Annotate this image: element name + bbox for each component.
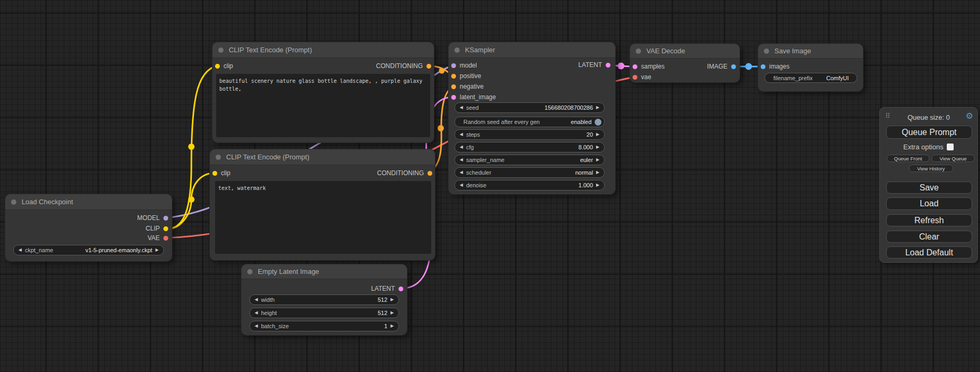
- node-ksampler[interactable]: KSampler model positive negative latent_…: [449, 42, 615, 194]
- output-slot-clip[interactable]: CLIP: [145, 224, 168, 233]
- arrow-left-icon[interactable]: ◀: [460, 170, 463, 175]
- clear-button[interactable]: Clear: [886, 231, 972, 243]
- ckpt-name-widget[interactable]: ◀ ckpt_name v1-5-pruned-emaonly.ckpt ▶: [13, 245, 164, 255]
- negative-prompt-textarea[interactable]: text, watermark: [215, 181, 431, 254]
- latent-port-icon[interactable]: [633, 64, 637, 69]
- batch-size-widget[interactable]: ◀ batch_size 1 ▶: [249, 321, 399, 331]
- node-clip-text-encode-negative[interactable]: CLIP Text Encode (Prompt) clip CONDITION…: [210, 149, 435, 260]
- node-clip-text-encode-positive[interactable]: CLIP Text Encode (Prompt) clip CONDITION…: [212, 42, 434, 142]
- vae-port-icon[interactable]: [633, 75, 637, 80]
- output-slot-vae[interactable]: VAE: [148, 234, 168, 242]
- random-seed-toggle-widget[interactable]: Random seed after every gen enabled: [454, 117, 605, 127]
- arrow-left-icon[interactable]: ◀: [460, 106, 463, 110]
- clip-port-icon[interactable]: [163, 226, 168, 231]
- clip-port-icon[interactable]: [212, 171, 217, 176]
- queue-prompt-button[interactable]: Queue Prompt: [886, 126, 972, 139]
- latent-port-icon[interactable]: [399, 287, 403, 291]
- input-slot-images[interactable]: images: [761, 62, 790, 71]
- node-title-bar[interactable]: CLIP Text Encode (Prompt): [210, 149, 435, 165]
- conditioning-port-icon[interactable]: [451, 84, 456, 89]
- arrow-right-icon[interactable]: ▶: [596, 183, 599, 187]
- collapse-dot-icon[interactable]: [216, 155, 221, 160]
- collapse-dot-icon[interactable]: [636, 49, 641, 54]
- node-title-bar[interactable]: KSampler: [449, 42, 615, 58]
- collapse-dot-icon[interactable]: [218, 47, 224, 53]
- load-default-button[interactable]: Load Default: [886, 246, 972, 259]
- settings-gear-icon[interactable]: ⚙: [966, 111, 973, 121]
- output-slot-conditioning[interactable]: CONDITIONING: [376, 62, 431, 70]
- arrow-right-icon[interactable]: ▶: [596, 158, 599, 162]
- node-load-checkpoint[interactable]: Load Checkpoint MODEL CLIP VAE ◀ ckpt_na…: [5, 194, 172, 261]
- arrow-left-icon[interactable]: ◀: [18, 248, 22, 252]
- output-slot-image[interactable]: IMAGE: [707, 62, 736, 71]
- model-port-icon[interactable]: [163, 216, 168, 221]
- arrow-right-icon[interactable]: ▶: [391, 324, 394, 328]
- node-save-image[interactable]: Save Image images filename_prefix ComfyU…: [758, 44, 863, 91]
- node-title-bar[interactable]: Load Checkpoint: [5, 194, 172, 210]
- arrow-right-icon[interactable]: ▶: [156, 248, 159, 252]
- conditioning-port-icon[interactable]: [451, 74, 456, 79]
- collapse-dot-icon[interactable]: [11, 199, 16, 205]
- save-button[interactable]: Save: [886, 182, 972, 194]
- latent-port-icon[interactable]: [606, 63, 610, 68]
- arrow-right-icon[interactable]: ▶: [596, 145, 599, 149]
- input-slot-model[interactable]: model: [451, 61, 477, 70]
- latent-port-icon[interactable]: [451, 95, 456, 100]
- collapse-dot-icon[interactable]: [764, 49, 769, 54]
- conditioning-port-icon[interactable]: [426, 64, 431, 69]
- sampler-name-widget[interactable]: ◀ sampler_name euler ▶: [454, 155, 605, 165]
- node-empty-latent-image[interactable]: Empty Latent Image LATENT ◀ width 512 ▶ …: [241, 264, 407, 335]
- input-slot-clip[interactable]: clip: [215, 62, 233, 70]
- image-port-icon[interactable]: [761, 64, 765, 69]
- node-title-bar[interactable]: VAE Decode: [630, 44, 740, 59]
- arrow-right-icon[interactable]: ▶: [596, 106, 599, 110]
- collapse-dot-icon[interactable]: [454, 47, 460, 53]
- queue-front-button[interactable]: Queue Front: [887, 155, 929, 162]
- arrow-left-icon[interactable]: ◀: [460, 132, 463, 137]
- input-slot-positive[interactable]: positive: [451, 72, 481, 80]
- arrow-right-icon[interactable]: ▶: [391, 311, 394, 315]
- collapse-dot-icon[interactable]: [247, 269, 253, 274]
- output-slot-latent[interactable]: LATENT: [578, 61, 610, 69]
- vae-port-icon[interactable]: [163, 236, 168, 241]
- conditioning-port-icon[interactable]: [428, 171, 432, 176]
- height-widget[interactable]: ◀ height 512 ▶: [249, 308, 399, 318]
- output-slot-model[interactable]: MODEL: [137, 214, 168, 222]
- node-title-bar[interactable]: Save Image: [758, 44, 863, 59]
- clip-port-icon[interactable]: [215, 64, 220, 69]
- arrow-left-icon[interactable]: ◀: [460, 158, 463, 162]
- arrow-left-icon[interactable]: ◀: [460, 183, 463, 187]
- denoise-widget[interactable]: ◀ denoise 1.000 ▶: [454, 180, 605, 190]
- cfg-widget[interactable]: ◀ cfg 8.000 ▶: [454, 142, 605, 152]
- arrow-left-icon[interactable]: ◀: [460, 145, 463, 149]
- arrow-left-icon[interactable]: ◀: [255, 311, 258, 315]
- node-title-bar[interactable]: Empty Latent Image: [241, 264, 407, 279]
- refresh-button[interactable]: Refresh: [886, 214, 972, 226]
- filename-prefix-widget[interactable]: filename_prefix ComfyUI: [764, 73, 857, 83]
- load-button[interactable]: Load: [886, 197, 972, 210]
- extra-options-checkbox[interactable]: [947, 144, 954, 150]
- node-title-bar[interactable]: CLIP Text Encode (Prompt): [212, 42, 434, 58]
- seed-widget[interactable]: ◀ seed 156680208700286 ▶: [454, 102, 605, 113]
- output-slot-latent[interactable]: LATENT: [371, 284, 403, 293]
- input-slot-samples[interactable]: samples: [633, 62, 665, 71]
- output-slot-conditioning[interactable]: CONDITIONING: [377, 169, 432, 177]
- input-slot-clip[interactable]: clip: [212, 169, 230, 177]
- arrow-right-icon[interactable]: ▶: [596, 170, 599, 175]
- arrow-left-icon[interactable]: ◀: [255, 324, 258, 328]
- arrow-left-icon[interactable]: ◀: [255, 298, 258, 302]
- image-port-icon[interactable]: [731, 64, 736, 69]
- positive-prompt-textarea[interactable]: beautiful scenery nature glass bottle la…: [216, 74, 430, 137]
- input-slot-vae[interactable]: vae: [633, 73, 651, 81]
- node-vae-decode[interactable]: VAE Decode samples vae IMAGE: [630, 44, 740, 82]
- input-slot-negative[interactable]: negative: [451, 82, 483, 91]
- arrow-right-icon[interactable]: ▶: [391, 298, 394, 302]
- toggle-knob-icon[interactable]: [595, 119, 601, 126]
- steps-widget[interactable]: ◀ steps 20 ▶: [454, 129, 605, 140]
- width-widget[interactable]: ◀ width 512 ▶: [249, 294, 399, 305]
- model-port-icon[interactable]: [451, 63, 456, 68]
- node-graph-canvas[interactable]: Load Checkpoint MODEL CLIP VAE ◀ ckpt_na…: [0, 0, 980, 372]
- arrow-right-icon[interactable]: ▶: [596, 132, 599, 137]
- view-history-button[interactable]: View History: [909, 165, 953, 172]
- input-slot-latent-image[interactable]: latent_image: [451, 93, 496, 101]
